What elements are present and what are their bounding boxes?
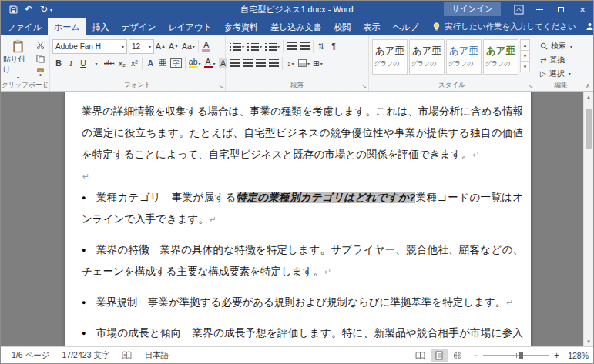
multilevel-list-button[interactable]: ▾ xyxy=(263,38,281,54)
scrollbar-thumb[interactable] xyxy=(586,109,592,149)
paragraph-dialog-launcher-icon[interactable]: ↘ xyxy=(361,84,367,90)
style-card-2[interactable]: あア亜 グラフの… xyxy=(409,39,445,75)
bullets-button[interactable]: ▾ xyxy=(228,38,246,54)
font-dialog-launcher-icon[interactable]: ↘ xyxy=(218,84,223,90)
styles-group: あア亜 グラフの… あア亜 グラフの… あア亜 グラフの… あア亜 グラフの… … xyxy=(369,35,535,91)
copy-button[interactable] xyxy=(34,52,46,65)
tab-layout[interactable]: レイアウト xyxy=(163,18,218,35)
word-count[interactable]: 17/2423 文字 xyxy=(56,347,116,363)
align-right-button[interactable] xyxy=(254,55,267,71)
font-name-combo[interactable]: Adobe Fan H ▾ xyxy=(52,39,127,54)
font-size-combo[interactable]: 12 ▾ xyxy=(129,39,154,54)
styles-gallery-more-button[interactable]: ▼ xyxy=(520,61,530,72)
scroll-down-arrow[interactable]: ▼ xyxy=(584,336,593,346)
save-button[interactable] xyxy=(5,2,21,17)
replace-button[interactable]: ⇄ 置換 xyxy=(538,54,575,67)
tab-mailings[interactable]: 差し込み文書 xyxy=(264,18,328,35)
line-spacing-button[interactable]: ↕▾ xyxy=(284,55,297,71)
style-card-4[interactable]: あア亜 グラフの… xyxy=(483,39,518,75)
language-indicator[interactable]: 日本語 xyxy=(138,347,175,363)
web-layout-button[interactable] xyxy=(449,349,466,362)
shading-button[interactable]: ▾ xyxy=(297,55,311,71)
tell-me-box[interactable]: 実行したい作業を入力してください xyxy=(432,18,576,35)
vertical-scrollbar[interactable]: ▲ ▼ xyxy=(583,92,593,346)
zoom-slider[interactable] xyxy=(483,355,549,356)
increase-indent-button[interactable] xyxy=(298,38,311,54)
align-left-button[interactable] xyxy=(228,55,241,71)
tab-home[interactable]: ホーム xyxy=(48,18,86,35)
sort-button[interactable]: ⇅ xyxy=(315,38,327,54)
cut-button[interactable] xyxy=(34,38,46,52)
tab-design[interactable]: デザイン xyxy=(116,18,163,35)
replace-icon: ⇄ xyxy=(540,56,546,65)
tab-view[interactable]: 表示 xyxy=(357,18,386,35)
superscript-button[interactable]: x² xyxy=(128,55,140,71)
tab-insert[interactable]: 挿入 xyxy=(86,18,116,35)
italic-button[interactable]: I xyxy=(65,55,77,71)
share-button[interactable]: 共有 xyxy=(576,18,594,35)
proofing-status-button[interactable] xyxy=(116,347,138,363)
styles-scroll-down-button[interactable]: ▼ xyxy=(520,50,530,62)
style-card-1[interactable]: あア亜 グラフの… xyxy=(372,39,408,75)
document-page[interactable]: 業界の詳細情報を収集する場合は、事業の種類を考慮します。これは、市場分析に含める… xyxy=(65,92,531,346)
zoom-in-button[interactable]: + xyxy=(554,350,559,361)
align-center-button[interactable] xyxy=(241,55,254,71)
print-layout-button[interactable] xyxy=(431,349,448,362)
underline-button[interactable]: U xyxy=(77,55,89,71)
find-button[interactable]: 検索 ▾ xyxy=(538,40,575,53)
highlight-color-button[interactable]: ab▾ xyxy=(187,55,203,71)
decrease-indent-button[interactable] xyxy=(285,38,298,54)
text-effects-button[interactable]: A xyxy=(144,55,156,71)
bold-button[interactable]: B xyxy=(52,55,65,71)
justify-button[interactable] xyxy=(267,55,280,71)
tab-references[interactable]: 参考資料 xyxy=(218,18,264,35)
maximize-button[interactable] xyxy=(550,1,572,18)
sign-in-button[interactable]: サインイン xyxy=(444,2,501,16)
align-left-icon xyxy=(230,59,240,67)
select-button[interactable]: ▷ 選択 ▾ xyxy=(538,67,575,80)
font-size-dropdown-icon: ▾ xyxy=(149,44,151,49)
font-color-button[interactable]: A▾ xyxy=(203,55,217,71)
redo-button[interactable]: ↻ xyxy=(36,2,52,17)
paste-button[interactable]: 貼り付け ▾ xyxy=(3,38,32,80)
tell-me-label: 実行したい作業を入力してください xyxy=(445,22,576,32)
underline-dropdown-icon[interactable]: ▾ xyxy=(90,55,102,71)
qat-customize-dropdown-icon[interactable]: ▾ xyxy=(50,7,52,12)
tab-file[interactable]: ファイル xyxy=(1,18,48,35)
zoom-percentage[interactable]: 128% xyxy=(565,351,589,360)
close-button[interactable]: × xyxy=(572,1,593,18)
collapse-ribbon-icon[interactable]: ∧ xyxy=(586,82,590,89)
show-formatting-marks-button[interactable]: ¶ xyxy=(327,38,340,54)
read-mode-button[interactable] xyxy=(412,349,429,362)
multilevel-list-icon xyxy=(265,42,277,51)
paragraph-group: ▾ ▾ ▾ ⇅ ¶ ↕▾ ▾ xyxy=(226,35,369,91)
strikethrough-button[interactable]: abc xyxy=(102,55,116,71)
zoom-out-button[interactable]: − xyxy=(473,350,478,361)
style-card-3[interactable]: あア亜 グラフの… xyxy=(446,39,482,75)
styles-dialog-launcher-icon[interactable]: ↘ xyxy=(528,84,533,90)
styles-scroll-up-button[interactable]: ▲ xyxy=(520,39,530,51)
grow-font-button[interactable]: A▲ xyxy=(154,38,167,54)
subscript-button[interactable]: x₂ xyxy=(116,55,128,71)
paste-dropdown-icon[interactable]: ▾ xyxy=(17,75,19,80)
selected-text[interactable]: 特定の業種別カテゴリはどれですか? xyxy=(237,192,416,203)
change-case-button[interactable]: Aa▾ xyxy=(180,38,196,54)
ribbon-display-options-button[interactable] xyxy=(508,1,529,18)
paragraph-mark: ↵ xyxy=(324,267,331,276)
shrink-font-button[interactable]: A▼ xyxy=(167,38,180,54)
print-layout-icon xyxy=(435,351,443,360)
tab-review[interactable]: 校閲 xyxy=(327,18,357,35)
minimize-button[interactable] xyxy=(529,1,550,18)
enclose-characters-button[interactable]: 字 xyxy=(169,55,183,71)
format-painter-button[interactable] xyxy=(34,65,46,79)
scroll-up-arrow[interactable]: ▲ xyxy=(584,92,593,102)
borders-button[interactable]: ⊞▾ xyxy=(311,55,324,71)
tab-help[interactable]: ヘルプ xyxy=(386,18,425,35)
ruby-button[interactable]: 亜 xyxy=(156,55,169,71)
clipboard-dialog-launcher-icon[interactable]: ↘ xyxy=(42,84,48,90)
page-indicator[interactable]: 1/6 ページ xyxy=(5,347,56,363)
clear-formatting-button[interactable]: A xyxy=(200,38,213,54)
zoom-slider-thumb[interactable] xyxy=(519,352,523,359)
numbering-button[interactable]: ▾ xyxy=(246,38,263,54)
undo-button[interactable]: ↶ xyxy=(21,2,36,17)
